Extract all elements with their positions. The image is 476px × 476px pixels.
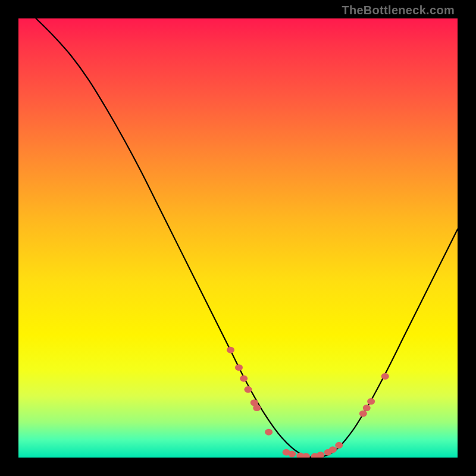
chart-frame: TheBottleneck.com	[0, 0, 476, 476]
marker-dot	[288, 451, 296, 458]
marker-dot	[359, 411, 367, 417]
marker-dot	[244, 386, 252, 393]
marker-dot	[381, 373, 389, 380]
marker-dot	[363, 405, 371, 411]
marker-dot	[265, 429, 273, 436]
marker-dot	[367, 398, 375, 405]
marker-dot	[329, 446, 337, 453]
marker-dot	[235, 364, 243, 371]
chart-overlay	[18, 18, 458, 458]
watermark-text: TheBottleneck.com	[342, 4, 455, 17]
marker-dot	[227, 347, 234, 353]
marker-dot	[253, 405, 261, 411]
marker-dot	[317, 452, 324, 458]
marker-dot	[302, 453, 310, 458]
marker-dot	[335, 442, 343, 449]
marker-dot	[240, 375, 248, 382]
marker-dots	[227, 347, 389, 458]
